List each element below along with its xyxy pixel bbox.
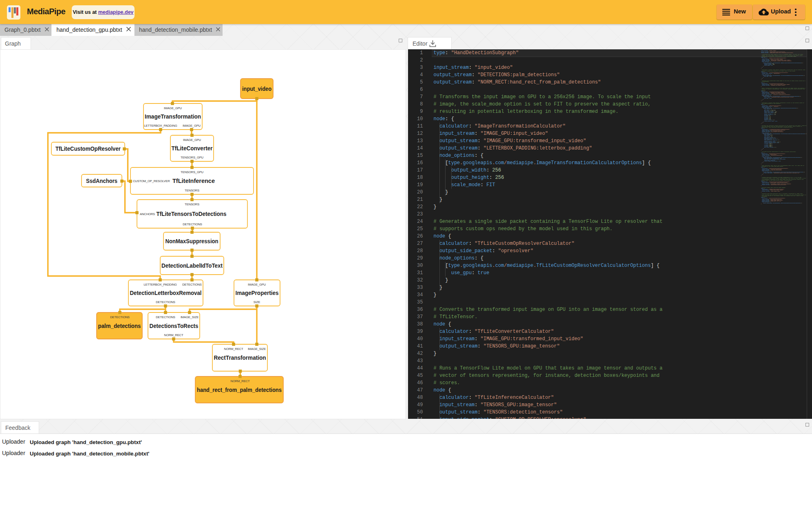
svg-text:ImageTransformation: ImageTransformation — [145, 113, 201, 120]
svg-text:DETECTIONS: DETECTIONS — [183, 222, 202, 226]
svg-text:TENSORS: TENSORS — [185, 189, 199, 192]
svg-text:palm_detections: palm_detections — [98, 323, 141, 329]
svg-text:DetectionLetterboxRemoval: DetectionLetterboxRemoval — [130, 290, 202, 296]
svg-text:RectTransformation: RectTransformation — [214, 354, 266, 361]
svg-text:TENSORS_GPU: TENSORS_GPU — [181, 156, 203, 159]
svg-text:TENSORS: TENSORS — [185, 202, 199, 206]
svg-text:TfLiteTensorsToDetections: TfLiteTensorsToDetections — [157, 211, 227, 217]
svg-text:IMAGE_SIZE: IMAGE_SIZE — [181, 315, 199, 319]
svg-text:SsdAnchors: SsdAnchors — [86, 178, 117, 184]
svg-text:TfLiteInference: TfLiteInference — [172, 178, 215, 184]
svg-text:hand_rect_from_palm_detections: hand_rect_from_palm_detections — [197, 387, 282, 393]
svg-text:NORM_RECT: NORM_RECT — [231, 379, 250, 383]
svg-text:DETECTIONS: DETECTIONS — [156, 315, 175, 319]
svg-text:TfLiteCustomOpResolver: TfLiteCustomOpResolver — [55, 145, 121, 152]
svg-text:SIZE: SIZE — [254, 300, 260, 304]
svg-text:IMAGE_GPU: IMAGE_GPU — [164, 106, 182, 110]
svg-text:NORM_RECT: NORM_RECT — [224, 347, 243, 351]
svg-text:DetectionLabelIdToText: DetectionLabelIdToText — [161, 262, 223, 269]
svg-text:CUSTOM_OP_RESOLVER: CUSTOM_OP_RESOLVER — [133, 179, 170, 183]
svg-text:LETTERBOX_PADDING: LETTERBOX_PADDING — [144, 124, 177, 128]
svg-text:DETECTIONS: DETECTIONS — [156, 300, 175, 304]
svg-text:ImageProperties: ImageProperties — [236, 290, 279, 296]
svg-text:DetectionsToRects: DetectionsToRects — [150, 323, 199, 329]
svg-text:input_video: input_video — [242, 86, 271, 92]
svg-text:TfLiteConverter: TfLiteConverter — [172, 145, 213, 152]
svg-text:NonMaxSuppression: NonMaxSuppression — [165, 238, 218, 244]
svg-text:IMAGE_GPU: IMAGE_GPU — [248, 283, 266, 286]
svg-text:TENSORS_GPU: TENSORS_GPU — [181, 170, 203, 174]
svg-text:NORM_RECT: NORM_RECT — [164, 333, 183, 337]
svg-text:DETECTIONS: DETECTIONS — [110, 315, 130, 319]
svg-text:LETTERBOX_PADDING: LETTERBOX_PADDING — [143, 283, 177, 286]
svg-text:IMAGE_GPU: IMAGE_GPU — [183, 124, 201, 128]
svg-text:DETECTIONS: DETECTIONS — [182, 283, 202, 286]
svg-text:IMAGE_GPU: IMAGE_GPU — [183, 138, 201, 142]
svg-text:IMAGE_SIZE: IMAGE_SIZE — [248, 347, 266, 351]
svg-text:ANCHORS: ANCHORS — [140, 212, 155, 216]
